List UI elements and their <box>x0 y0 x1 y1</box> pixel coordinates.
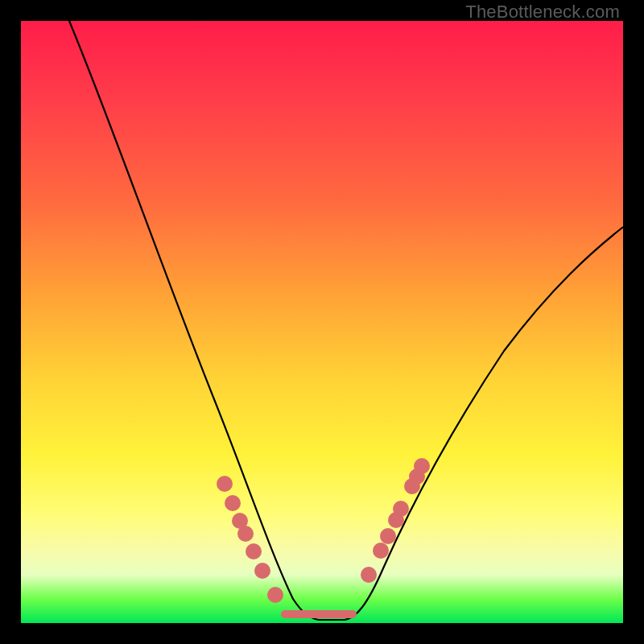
data-point <box>254 563 270 579</box>
data-point <box>225 495 241 511</box>
data-point <box>246 543 262 559</box>
data-point <box>373 543 389 559</box>
data-point <box>414 458 430 474</box>
data-point <box>380 528 396 544</box>
curve-svg <box>21 21 623 623</box>
data-point <box>361 567 377 583</box>
chart-frame: TheBottleneck.com <box>0 0 644 644</box>
attribution-text: TheBottleneck.com <box>465 2 620 23</box>
data-point <box>393 501 409 517</box>
data-point <box>217 476 233 492</box>
bottleneck-curve <box>69 21 623 620</box>
data-point <box>267 587 283 603</box>
data-point <box>237 526 254 542</box>
plot-area <box>21 21 623 623</box>
